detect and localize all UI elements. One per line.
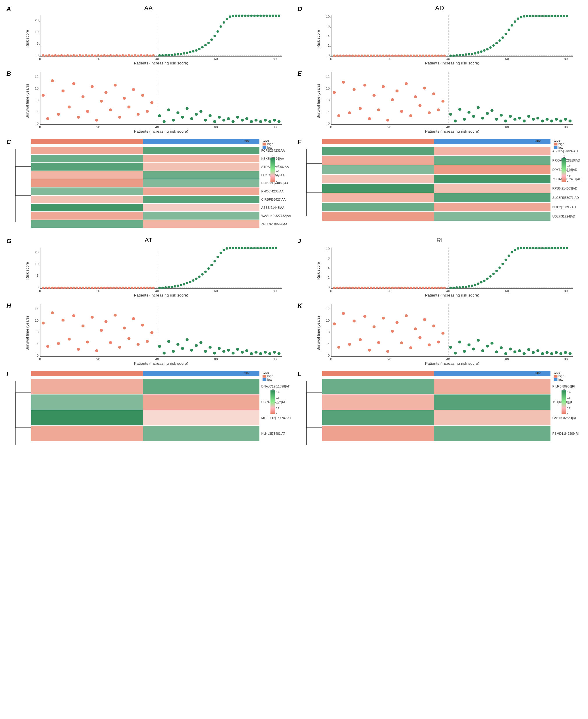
svg-point-176 bbox=[520, 16, 522, 18]
svg-point-689 bbox=[377, 341, 380, 344]
svg-point-542 bbox=[391, 287, 394, 289]
svg-text:80: 80 bbox=[273, 57, 276, 61]
svg-point-442 bbox=[76, 287, 78, 289]
svg-point-301 bbox=[467, 111, 470, 114]
svg-point-587 bbox=[532, 247, 534, 249]
svg-text:UBL7|31724|AD: UBL7|31724|AD bbox=[552, 215, 575, 218]
svg-text:4: 4 bbox=[37, 110, 39, 114]
svg-rect-350 bbox=[143, 196, 259, 203]
svg-point-628 bbox=[109, 341, 112, 344]
svg-point-681 bbox=[337, 346, 341, 349]
svg-point-621 bbox=[77, 348, 80, 351]
svg-text:0.6: 0.6 bbox=[567, 164, 571, 167]
svg-point-576 bbox=[498, 266, 501, 269]
svg-point-142 bbox=[413, 55, 415, 57]
heatmap-at: DNAJC12|11898|AT USP46|64852|AT METTL15|… bbox=[6, 369, 291, 451]
svg-text:low: low bbox=[267, 378, 272, 382]
svg-point-560 bbox=[449, 287, 451, 289]
svg-point-525 bbox=[339, 287, 341, 289]
svg-point-123 bbox=[354, 55, 357, 57]
svg-point-120 bbox=[345, 55, 348, 57]
svg-point-597 bbox=[563, 247, 565, 249]
chart-wrapper-aa-survival: Survival time (years) 0 4 8 10 12 0 20 4… bbox=[25, 69, 288, 135]
svg-point-717 bbox=[509, 348, 512, 350]
svg-rect-398 bbox=[322, 203, 434, 211]
svg-point-460 bbox=[131, 287, 133, 289]
svg-point-172 bbox=[508, 28, 510, 31]
svg-text:20: 20 bbox=[387, 125, 391, 129]
svg-text:1: 1 bbox=[563, 387, 565, 390]
svg-point-306 bbox=[490, 109, 493, 112]
svg-point-437 bbox=[60, 287, 63, 289]
svg-rect-747 bbox=[31, 426, 143, 441]
svg-point-659 bbox=[254, 351, 257, 354]
svg-point-318 bbox=[545, 118, 549, 121]
svg-point-644 bbox=[186, 338, 189, 341]
svg-point-191 bbox=[566, 15, 568, 17]
svg-point-502 bbox=[262, 247, 265, 249]
svg-point-180 bbox=[532, 15, 534, 17]
svg-point-146 bbox=[425, 55, 427, 57]
svg-point-477 bbox=[186, 282, 188, 284]
svg-rect-343 bbox=[31, 179, 143, 187]
svg-rect-384 bbox=[434, 156, 550, 165]
svg-text:DNAJC12|11898|AT: DNAJC12|11898|AT bbox=[261, 385, 290, 388]
svg-text:RHOC|4236|AA: RHOC|4236|AA bbox=[261, 190, 284, 193]
svg-point-499 bbox=[253, 247, 255, 249]
svg-point-240 bbox=[199, 110, 203, 113]
svg-point-282 bbox=[377, 108, 380, 111]
svg-point-446 bbox=[88, 287, 90, 289]
svg-point-657 bbox=[245, 349, 249, 352]
svg-point-700 bbox=[428, 344, 431, 346]
svg-point-144 bbox=[419, 55, 421, 57]
svg-point-654 bbox=[232, 352, 235, 354]
svg-point-276 bbox=[348, 111, 351, 114]
svg-point-179 bbox=[529, 15, 531, 17]
svg-point-465 bbox=[146, 287, 148, 289]
svg-text:0.4: 0.4 bbox=[567, 169, 571, 172]
svg-rect-748 bbox=[143, 426, 259, 441]
svg-point-57 bbox=[164, 54, 167, 56]
svg-rect-358 bbox=[31, 220, 143, 228]
svg-point-303 bbox=[477, 106, 480, 109]
svg-point-287 bbox=[400, 110, 403, 113]
svg-point-312 bbox=[518, 117, 521, 120]
svg-point-527 bbox=[345, 287, 348, 289]
svg-point-699 bbox=[423, 318, 426, 321]
svg-point-140 bbox=[406, 55, 409, 57]
svg-text:Survival time (years): Survival time (years) bbox=[316, 316, 320, 350]
svg-point-33 bbox=[88, 55, 90, 57]
svg-rect-340 bbox=[31, 171, 143, 179]
svg-text:20: 20 bbox=[97, 357, 100, 361]
svg-text:0: 0 bbox=[39, 125, 41, 129]
svg-point-234 bbox=[172, 119, 175, 122]
svg-point-656 bbox=[241, 351, 244, 354]
svg-point-150 bbox=[437, 55, 439, 57]
svg-point-556 bbox=[434, 287, 437, 289]
svg-text:12: 12 bbox=[326, 75, 330, 78]
svg-point-295 bbox=[437, 108, 440, 111]
svg-point-457 bbox=[122, 287, 124, 289]
svg-text:60: 60 bbox=[214, 357, 218, 361]
svg-point-550 bbox=[416, 287, 418, 289]
heatmap-aa: FCF1|264231AA KBK8|83594|AA STRADA|42966… bbox=[6, 137, 291, 231]
svg-point-530 bbox=[354, 287, 357, 289]
svg-rect-784 bbox=[553, 378, 558, 381]
svg-point-728 bbox=[560, 352, 563, 355]
svg-rect-392 bbox=[322, 184, 434, 193]
svg-point-220 bbox=[104, 91, 107, 94]
svg-point-554 bbox=[428, 287, 430, 289]
chart-wrapper-ri-survival: Survival time (years) 0 4 8 10 12 0 20 4… bbox=[316, 301, 579, 367]
svg-text:20: 20 bbox=[97, 57, 100, 61]
svg-point-593 bbox=[550, 247, 553, 249]
svg-text:0.4: 0.4 bbox=[276, 169, 280, 172]
svg-point-582 bbox=[517, 247, 519, 250]
svg-point-251 bbox=[250, 120, 253, 123]
svg-point-157 bbox=[462, 54, 464, 56]
survival-chart-ri: Survival time (years) 0 4 8 10 12 0 20 4… bbox=[316, 301, 579, 365]
svg-text:PHYKPL|74866|AA: PHYKPL|74866|AA bbox=[261, 182, 289, 185]
panel-label-h: H bbox=[6, 302, 11, 310]
svg-point-627 bbox=[104, 320, 107, 323]
svg-point-126 bbox=[364, 55, 366, 57]
svg-point-476 bbox=[183, 283, 185, 285]
